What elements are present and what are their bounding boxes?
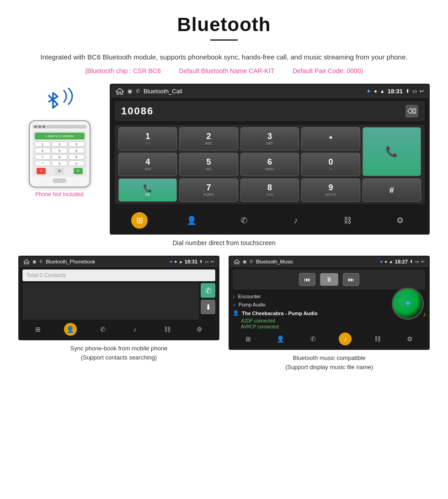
music-content: ♪ Encounter ○ Pump Audio 👤 The Cheebacab…: [230, 292, 428, 329]
spec-code: Default Pair Code: 0000): [293, 67, 363, 75]
phonebook-content: ✆ ⬇: [22, 283, 215, 320]
key-2[interactable]: 2 ABC: [179, 127, 238, 150]
phonebook-status-bar: ▣ ✆ Bluetooth_Phonebook ✦ ● ▲ 18:31 ⬆ ▭ …: [20, 257, 218, 267]
key-7[interactable]: 7 PQRS: [179, 178, 238, 202]
pb-time: 18:31: [185, 259, 197, 264]
key-8[interactable]: 8 TUV: [240, 178, 299, 202]
pb-nav-keypad[interactable]: ⊞: [32, 323, 44, 336]
specs-line: (Bluetooth chip : CSR BC6 Default Blueto…: [0, 65, 448, 79]
phonebook-search[interactable]: Total 0 Contacts: [22, 269, 215, 281]
phone-add-contacts: + Add to Contacts: [35, 133, 85, 140]
album-art: ✦: [392, 288, 424, 320]
pb-nav-music[interactable]: ♪: [128, 323, 141, 336]
home-icon: [116, 87, 124, 95]
key-6[interactable]: 6 MNO: [240, 153, 299, 176]
main-status-bar: ▣ ✆ Bluetooth_Call ✦ ● ▲ 18:31 ⬆ ▭ ↩: [111, 85, 428, 97]
spec-chip: (Bluetooth chip : CSR BC6: [85, 67, 161, 75]
music-status-bar: ▣ ✆ Bluetooth_Music ✦ ● ▲ 18:27 ⬆ ▭ ↩: [230, 257, 428, 267]
redial-button[interactable]: 📞 RE: [118, 178, 177, 202]
sim-icon: ▣: [128, 88, 132, 94]
music-nav-keypad[interactable]: ⊞: [242, 333, 255, 345]
next-button[interactable]: ⏭: [343, 273, 359, 286]
phone-icon: ✆: [136, 88, 140, 94]
page-title: Bluetooth: [9, 14, 439, 36]
page-title-section: Bluetooth: [0, 0, 448, 45]
status-time: 18:31: [388, 88, 403, 95]
window-icon: ▭: [412, 88, 417, 94]
pb-nav-calls[interactable]: ✆: [96, 323, 109, 336]
dialer-input: 10086 ⌫: [115, 101, 425, 121]
prev-button[interactable]: ⏮: [299, 273, 315, 286]
key-1[interactable]: 1 ○○: [118, 127, 177, 150]
bluetooth-status-icon: ✦: [366, 88, 371, 95]
music-home-icon: [234, 259, 240, 264]
pb-nav-link[interactable]: ⛓: [161, 323, 174, 336]
pb-nav-contacts[interactable]: 👤: [64, 323, 77, 336]
music-nav-link[interactable]: ⛓: [371, 333, 384, 345]
phonebook-screen-title: Bluetooth_Phonebook: [46, 259, 166, 264]
call-button[interactable]: 📞: [363, 127, 421, 176]
spec-name: Default Bluetooth Name CAR-KIT: [179, 67, 275, 75]
nav-music[interactable]: ♪: [288, 212, 304, 229]
key-4[interactable]: 4 GHI: [118, 153, 177, 176]
music-car-screen: ▣ ✆ Bluetooth_Music ✦ ● ▲ 18:27 ⬆ ▭ ↩ ⏮ …: [229, 256, 430, 350]
pb-home-icon: [23, 259, 30, 264]
phone-bottom-row: ✕ ⊞ ✆: [35, 168, 85, 174]
pb-status-icons: ✦ ● ▲ 18:31 ⬆ ▭ ↩: [169, 259, 215, 264]
dialer-number: 10086: [121, 105, 154, 117]
svg-marker-1: [24, 260, 29, 264]
pb-download-button[interactable]: ⬇: [201, 300, 215, 314]
main-bottom-nav: ⊞ 👤 ✆ ♪ ⛓ ⚙: [111, 208, 428, 233]
nav-calls[interactable]: ✆: [235, 212, 252, 229]
music-bottom-nav: ⊞ 👤 ✆ ♪ ⛓ ⚙: [230, 329, 428, 349]
music-time: 18:27: [395, 259, 408, 264]
key-9[interactable]: 9 WXYZ: [301, 178, 360, 202]
backspace-button[interactable]: ⌫: [405, 105, 418, 118]
nav-settings[interactable]: ⚙: [392, 212, 408, 229]
title-underline: [210, 39, 238, 41]
back-icon: ↩: [420, 88, 424, 94]
music-nav-music[interactable]: ♪: [339, 333, 352, 345]
expand-icon: ⬆: [405, 88, 410, 94]
phone-keypad: 1 2 3 4 5 6 7 8 9 * 0 #: [35, 141, 85, 166]
pb-search-placeholder: Total 0 Contacts: [27, 272, 66, 279]
bottom-screens: ▣ ✆ Bluetooth_Phonebook ✦ ● ▲ 18:31 ⬆ ▭ …: [0, 251, 448, 378]
bluetooth-icon: [46, 91, 60, 111]
music-status-icons: ✦ ● ▲ 18:27 ⬆ ▭ ↩: [379, 259, 425, 264]
status-icons: ✦ ● ▲ 18:31 ⬆ ▭ ↩: [366, 88, 424, 95]
wifi-icon: ●: [374, 88, 377, 94]
key-star[interactable]: *: [301, 127, 360, 150]
key-0[interactable]: 0 +: [301, 153, 360, 176]
pb-call-button[interactable]: ✆: [201, 283, 215, 298]
signal-arcs: [59, 86, 78, 111]
phonebook-list: [22, 283, 199, 320]
music-screen-title: Bluetooth_Music: [256, 259, 377, 264]
nav-keypad[interactable]: ⊞: [131, 212, 148, 229]
pb-bottom-nav: ⊞ 👤 ✆ ♪ ⛓ ⚙: [20, 320, 218, 339]
main-car-screen: ▣ ✆ Bluetooth_Call ✦ ● ▲ 18:31 ⬆ ▭ ↩ 100…: [110, 84, 430, 235]
key-3[interactable]: 3 DEF: [240, 127, 299, 150]
phonebook-caption: Sync phone-book from mobile phone (Suppo…: [18, 340, 219, 364]
music-controls: ⏮ ⏸ ⏭: [233, 269, 426, 290]
music-note-icon: ♪: [423, 311, 426, 318]
nav-contacts[interactable]: 👤: [183, 212, 200, 229]
music-nav-calls[interactable]: ✆: [307, 333, 320, 345]
music-nav-settings[interactable]: ⚙: [404, 333, 416, 345]
phone-side: + Add to Contacts 1 2 3 4 5 6 7 8 9 * 0 …: [18, 84, 101, 198]
phone-top-bar: [32, 125, 87, 129]
music-caption: Bluetooth music compatible (Support disp…: [229, 350, 430, 373]
phone-screen: + Add to Contacts 1 2 3 4 5 6 7 8 9 * 0 …: [32, 130, 87, 177]
play-pause-button[interactable]: ⏸: [320, 273, 338, 286]
pb-nav-settings[interactable]: ⚙: [193, 323, 206, 336]
key-5[interactable]: 5 JKL: [179, 153, 238, 176]
pb-bt-icon: ✦: [169, 259, 173, 264]
nav-link[interactable]: ⛓: [340, 212, 356, 229]
key-hash[interactable]: #: [363, 178, 421, 202]
phone-home-button: [53, 178, 66, 183]
album-bt-icon: ✦: [404, 298, 412, 310]
avrcp-status: AVRCP connected: [233, 323, 426, 329]
music-nav-contacts[interactable]: 👤: [274, 333, 287, 345]
phonebook-side-buttons: ✆ ⬇: [201, 283, 215, 320]
phone-mockup: + Add to Contacts 1 2 3 4 5 6 7 8 9 * 0 …: [29, 120, 91, 188]
bluetooth-signal: [41, 84, 78, 116]
